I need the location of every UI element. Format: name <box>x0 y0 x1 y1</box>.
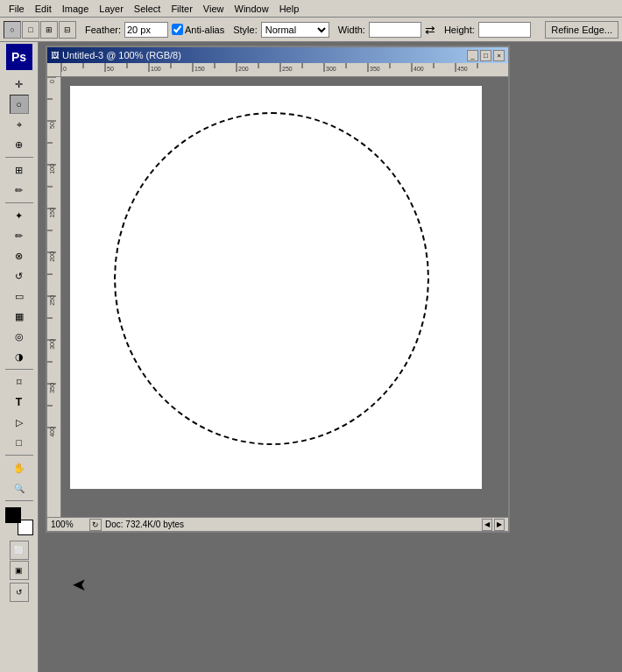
ruler-h-svg: 0 50 100 150 200 250 300 350 400 <box>61 63 508 77</box>
move-tool[interactable] <box>10 74 29 94</box>
ellipse-select-btn[interactable]: ○ <box>4 21 21 39</box>
screen-mode-icon: ▣ <box>15 566 23 575</box>
status-bar: 100% ↻ Doc: 732.4K/0 bytes ◀ ▶ <box>47 517 508 531</box>
selection-shape-group: ○ □ ⊞ ⊟ <box>4 21 76 39</box>
menu-help[interactable]: Help <box>274 3 305 15</box>
svg-text:250: 250 <box>49 295 55 306</box>
ruler-v-svg: 0 50 100 150 200 250 300 350 400 <box>47 77 61 517</box>
svg-text:350: 350 <box>49 383 55 393</box>
menu-view[interactable]: View <box>198 3 230 15</box>
dodge-tool[interactable] <box>10 347 29 366</box>
move-icon <box>15 79 23 90</box>
svg-text:100: 100 <box>49 164 55 174</box>
shape-tool[interactable] <box>10 433 29 452</box>
canvas-area[interactable] <box>61 77 508 517</box>
menu-filter[interactable]: Filter <box>166 3 197 15</box>
antialias-checkbox[interactable] <box>172 24 183 35</box>
menu-file[interactable]: File <box>4 3 30 15</box>
svg-text:350: 350 <box>370 66 380 72</box>
feather-input[interactable] <box>124 22 168 38</box>
bridge-icon: ↺ <box>16 588 23 597</box>
crop-tool[interactable] <box>10 160 29 180</box>
zoom-level: 100% <box>51 520 86 529</box>
menu-layer[interactable]: Layer <box>94 3 129 15</box>
svg-text:50: 50 <box>49 122 55 129</box>
ellipse-marquee-tool[interactable]: ○ <box>10 95 29 114</box>
menu-select[interactable]: Select <box>129 3 166 15</box>
text-tool[interactable] <box>10 393 29 412</box>
separator-4 <box>5 455 33 456</box>
main-layout: Ps ○ <box>0 42 622 672</box>
color-boxes <box>5 507 33 535</box>
width-label: Width: <box>338 25 365 35</box>
ellipse-marquee-icon: ○ <box>16 99 22 110</box>
svg-text:300: 300 <box>49 339 55 350</box>
minimize-btn[interactable]: _ <box>467 50 478 61</box>
rect-select-btn[interactable]: □ <box>22 21 39 39</box>
eyedropper-tool[interactable] <box>10 180 29 200</box>
pen-tool[interactable] <box>10 372 29 392</box>
document-window: 🖼 Untitled-3 @ 100% (RGB/8) _ □ × 0 50 1… <box>46 46 510 533</box>
svg-text:400: 400 <box>413 66 424 72</box>
ruler-vertical: 0 50 100 150 200 250 300 350 400 <box>47 77 61 517</box>
status-back-btn[interactable]: ◀ <box>482 519 492 531</box>
refresh-btn[interactable]: ↻ <box>89 519 102 531</box>
blur-tool[interactable] <box>10 327 29 346</box>
path-select-icon <box>16 417 23 428</box>
zoom-tool[interactable] <box>10 478 29 498</box>
brush-tool[interactable]: ✏ <box>10 226 29 245</box>
menu-window[interactable]: Window <box>230 3 274 15</box>
ellipse-selection <box>114 112 429 445</box>
refine-edge-button[interactable]: Refine Edge... <box>545 21 618 39</box>
workspace: 🖼 Untitled-3 @ 100% (RGB/8) _ □ × 0 50 1… <box>39 42 622 672</box>
quick-select-icon <box>15 139 23 151</box>
height-input[interactable] <box>478 22 531 38</box>
blur-icon <box>15 331 24 343</box>
foreground-color[interactable] <box>5 507 21 523</box>
history-brush-tool[interactable] <box>10 266 29 286</box>
width-input[interactable] <box>369 22 421 38</box>
subtract-from-selection-btn[interactable]: ⊟ <box>59 21 76 39</box>
lasso-icon <box>17 119 22 131</box>
menu-image[interactable]: Image <box>57 3 95 15</box>
status-fwd-btn[interactable]: ▶ <box>494 519 505 531</box>
separator-5 <box>5 500 33 501</box>
path-select-tool[interactable] <box>10 413 29 432</box>
clone-icon <box>15 251 23 262</box>
screen-mode-btn[interactable]: ▣ <box>10 561 29 580</box>
ps-logo: Ps <box>6 44 32 70</box>
separator-3 <box>5 369 33 370</box>
lasso-tool[interactable] <box>10 115 29 134</box>
clone-tool[interactable] <box>10 246 29 265</box>
eraser-tool[interactable] <box>10 286 29 306</box>
quick-mask-btn[interactable]: ⬜ <box>10 541 29 560</box>
swap-dimensions-btn[interactable]: ⇄ <box>425 23 435 37</box>
hand-icon <box>13 463 25 474</box>
maximize-btn[interactable]: □ <box>480 50 491 61</box>
ruler-corner <box>47 63 61 77</box>
menu-edit[interactable]: Edit <box>30 3 57 15</box>
height-label: Height: <box>444 25 475 35</box>
pen-icon <box>17 377 22 388</box>
svg-text:0: 0 <box>63 66 67 72</box>
add-to-selection-btn[interactable]: ⊞ <box>40 21 58 39</box>
gradient-tool[interactable] <box>10 307 29 326</box>
ruler-horizontal: 0 50 100 150 200 250 300 350 400 <box>61 63 508 77</box>
close-btn[interactable]: × <box>493 50 505 61</box>
heal-tool[interactable] <box>10 206 29 225</box>
svg-text:400: 400 <box>49 427 55 437</box>
feather-label: Feather: <box>85 25 121 35</box>
heal-icon <box>15 210 23 222</box>
eyedropper-icon <box>15 185 23 196</box>
document-titlebar[interactable]: 🖼 Untitled-3 @ 100% (RGB/8) _ □ × <box>47 47 508 63</box>
arrow-pointer: ➤ <box>72 574 87 595</box>
svg-text:300: 300 <box>326 66 336 72</box>
svg-text:0: 0 <box>49 80 55 83</box>
status-nav: ◀ ▶ <box>482 519 505 531</box>
quick-select-tool[interactable] <box>10 135 29 154</box>
options-bar: ○ □ ⊞ ⊟ Feather: Anti-alias Style: Norma… <box>0 18 622 42</box>
hand-tool[interactable] <box>10 458 29 477</box>
bridge-btn[interactable]: ↺ <box>10 583 29 602</box>
quick-mask-icon: ⬜ <box>14 546 24 555</box>
style-select[interactable]: Normal Fixed Ratio Fixed Size <box>261 22 329 38</box>
